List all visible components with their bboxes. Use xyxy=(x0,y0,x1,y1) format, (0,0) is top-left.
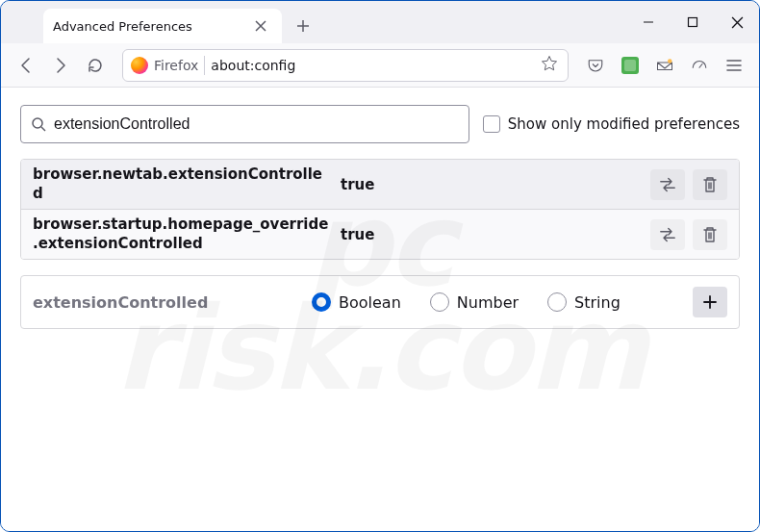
show-only-modified-checkbox[interactable]: Show only modified preferences xyxy=(483,115,740,133)
close-tab-icon[interactable] xyxy=(249,14,272,38)
browser-tab[interactable]: Advanced Preferences xyxy=(43,9,282,43)
window-controls xyxy=(626,1,759,43)
pocket-icon[interactable] xyxy=(580,50,611,81)
svg-point-2 xyxy=(33,118,42,128)
bookmark-star-icon[interactable] xyxy=(539,55,560,75)
type-radio-group: Boolean Number String xyxy=(312,292,693,312)
new-tab-button[interactable] xyxy=(288,11,318,41)
search-icon xyxy=(31,116,46,132)
extension-icon[interactable] xyxy=(615,50,646,81)
preferences-table: browser.newtab.extensionControlled true … xyxy=(20,159,740,260)
add-button[interactable] xyxy=(693,287,727,317)
reload-button[interactable] xyxy=(80,50,111,81)
radio-boolean[interactable]: Boolean xyxy=(312,292,401,312)
preference-value: true xyxy=(341,176,650,193)
nav-toolbar: Firefox about:config xyxy=(1,43,759,88)
show-only-modified-label: Show only modified preferences xyxy=(508,115,740,133)
preference-value: true xyxy=(341,226,650,243)
add-preference-row: extensionControlled Boolean Number Strin… xyxy=(20,275,740,329)
radio-number[interactable]: Number xyxy=(430,292,519,312)
svg-point-1 xyxy=(668,59,672,63)
toggle-button[interactable] xyxy=(650,169,685,200)
titlebar: Advanced Preferences xyxy=(1,1,759,43)
radio-label: Boolean xyxy=(339,293,401,312)
radio-label: String xyxy=(574,293,621,312)
search-input[interactable] xyxy=(54,115,459,133)
url-divider xyxy=(204,56,205,75)
preference-name: browser.startup.homepage_override.extens… xyxy=(33,215,341,253)
maximize-button[interactable] xyxy=(671,1,715,43)
checkbox-icon xyxy=(483,115,500,133)
preference-name: browser.newtab.extensionControlled xyxy=(33,165,341,203)
radio-icon xyxy=(547,292,567,312)
delete-button[interactable] xyxy=(693,219,727,250)
add-preference-name: extensionControlled xyxy=(33,293,312,312)
radio-string[interactable]: String xyxy=(547,292,621,312)
radio-label: Number xyxy=(457,293,519,312)
preference-row: browser.startup.homepage_override.extens… xyxy=(21,210,739,259)
url-text: about:config xyxy=(211,58,533,73)
forward-button[interactable] xyxy=(45,50,76,81)
menu-icon[interactable] xyxy=(719,50,749,81)
radio-icon xyxy=(312,292,331,312)
dashboard-icon[interactable] xyxy=(684,50,715,81)
toggle-button[interactable] xyxy=(650,219,685,250)
tab-title: Advanced Preferences xyxy=(53,19,192,34)
back-button[interactable] xyxy=(11,50,41,81)
url-identity-label: Firefox xyxy=(154,58,198,73)
search-box[interactable] xyxy=(20,105,469,143)
url-bar[interactable]: Firefox about:config xyxy=(122,49,569,82)
radio-icon xyxy=(430,292,449,312)
preference-row: browser.newtab.extensionControlled true xyxy=(21,160,739,210)
content-area: Show only modified preferences browser.n… xyxy=(1,88,759,531)
delete-button[interactable] xyxy=(693,169,727,200)
svg-rect-0 xyxy=(689,18,697,27)
minimize-button[interactable] xyxy=(626,1,671,43)
close-window-button[interactable] xyxy=(715,1,759,43)
account-icon[interactable] xyxy=(649,50,680,81)
firefox-logo-icon xyxy=(131,57,148,74)
